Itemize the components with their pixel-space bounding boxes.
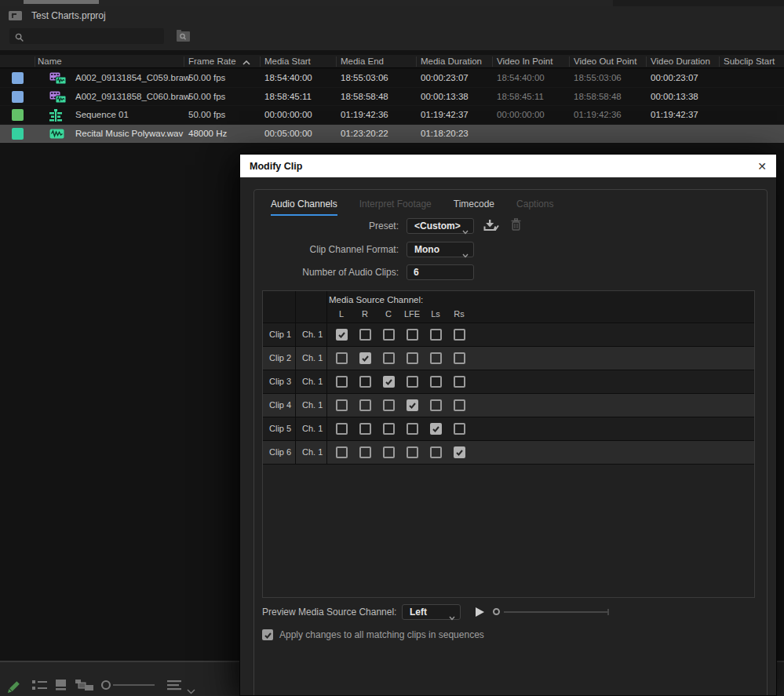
channel-checkbox[interactable] xyxy=(336,352,348,364)
channel-column-label-ls: Ls xyxy=(424,309,447,319)
channel-checkbox[interactable] xyxy=(430,399,442,411)
chevron-down-icon[interactable] xyxy=(187,683,195,696)
edit-pencil-icon[interactable] xyxy=(4,680,21,696)
channel-checkbox[interactable] xyxy=(383,423,395,435)
cell-name: Recital Music Polywav.wav xyxy=(75,125,183,144)
column-header-name[interactable]: Name xyxy=(38,55,62,68)
apply-changes-checkbox[interactable] xyxy=(262,629,273,640)
channel-checkbox[interactable] xyxy=(383,329,395,341)
channel-checkbox[interactable] xyxy=(359,376,371,388)
channel-checkbox[interactable] xyxy=(430,423,442,435)
channel-checkbox[interactable] xyxy=(454,329,465,341)
channel-checkbox[interactable] xyxy=(336,446,348,458)
channel-checkbox[interactable] xyxy=(454,352,465,364)
navigate-up-icon[interactable] xyxy=(8,9,24,22)
dialog-titlebar[interactable]: Modify Clip ✕ xyxy=(240,155,776,177)
channel-checkbox[interactable] xyxy=(359,329,371,341)
channel-checkbox[interactable] xyxy=(359,399,371,411)
close-icon[interactable]: ✕ xyxy=(757,161,767,172)
search-box[interactable] xyxy=(9,28,164,44)
label-color-swatch[interactable] xyxy=(12,109,24,121)
channel-checkbox[interactable] xyxy=(359,352,371,364)
cell-video-out-point: 18:58:58:48 xyxy=(574,88,622,107)
list-view-icon[interactable] xyxy=(32,680,47,694)
table-row[interactable]: A002_09131858_C060.braw50.00 fps18:58:45… xyxy=(0,88,784,107)
tab-audio-channels[interactable]: Audio Channels xyxy=(271,199,337,216)
channel-checkbox[interactable] xyxy=(336,329,348,341)
column-header-media-end[interactable]: Media End xyxy=(341,55,384,68)
label-color-swatch[interactable] xyxy=(12,91,24,103)
number-of-audio-clips-input[interactable] xyxy=(407,264,474,280)
channel-checkbox[interactable] xyxy=(454,423,465,435)
channel-checkbox[interactable] xyxy=(454,376,465,388)
channel-checkbox[interactable] xyxy=(454,399,465,411)
label-color-swatch[interactable] xyxy=(12,72,24,84)
column-separator xyxy=(336,56,337,67)
clip-channel-format-dropdown[interactable]: Mono xyxy=(407,242,474,257)
tab-timecode[interactable]: Timecode xyxy=(454,199,494,216)
zoom-slider[interactable] xyxy=(100,680,155,694)
preset-label: Preset: xyxy=(254,218,399,234)
icon-view-icon[interactable] xyxy=(55,680,67,694)
matrix-clip-column-spacer xyxy=(263,291,296,323)
freeform-view-icon[interactable] xyxy=(75,680,94,694)
table-row[interactable]: Recital Music Polywav.wav48000 Hz00:05:0… xyxy=(0,125,784,144)
matrix-row: Clip 4Ch. 1 xyxy=(263,394,754,417)
channel-checkbox[interactable] xyxy=(407,329,418,341)
channel-checkbox[interactable] xyxy=(407,399,418,411)
channel-checkbox[interactable] xyxy=(336,399,348,411)
find-in-project-icon[interactable] xyxy=(176,29,191,42)
sort-options-icon[interactable] xyxy=(167,680,182,694)
column-header-video-duration[interactable]: Video Duration xyxy=(651,55,710,68)
channel-checkbox[interactable] xyxy=(336,423,348,435)
channel-label: Ch. 1 xyxy=(296,323,327,347)
channel-checkbox[interactable] xyxy=(430,376,442,388)
column-header-frame-rate[interactable]: Frame Rate xyxy=(188,55,250,68)
channel-column-label-lfe: LFE xyxy=(400,309,424,319)
channel-checkbox[interactable] xyxy=(430,446,442,458)
channel-checkbox[interactable] xyxy=(359,446,371,458)
slider-knob[interactable] xyxy=(493,608,500,615)
cell-media-start: 00:05:00:00 xyxy=(264,125,312,144)
column-header-video-in-point[interactable]: Video In Point xyxy=(497,55,552,68)
preview-volume-slider[interactable] xyxy=(493,604,611,620)
channel-checkbox[interactable] xyxy=(430,329,442,341)
column-header-subclip-start[interactable]: Subclip Start xyxy=(724,55,775,68)
channel-checkbox[interactable] xyxy=(359,423,371,435)
clip-label: Clip 3 xyxy=(263,370,296,394)
active-panel-tab-indicator[interactable] xyxy=(24,0,99,4)
channel-checkbox[interactable] xyxy=(430,352,442,364)
channel-checkbox[interactable] xyxy=(383,376,395,388)
channel-checkbox[interactable] xyxy=(454,446,465,458)
channel-checkbox[interactable] xyxy=(383,352,395,364)
chevron-down-icon xyxy=(462,224,469,239)
cell-media-end: 18:55:03:06 xyxy=(341,69,388,88)
audio-clip-icon xyxy=(49,128,67,140)
column-header-media-duration[interactable]: Media Duration xyxy=(421,55,482,68)
preset-value: <Custom> xyxy=(414,220,461,231)
channel-checkbox[interactable] xyxy=(383,399,395,411)
channel-checkbox[interactable] xyxy=(407,423,418,435)
preview-play-button[interactable] xyxy=(476,607,484,617)
column-header-media-start[interactable]: Media Start xyxy=(264,55,311,68)
table-row[interactable]: A002_09131854_C059.braw50.00 fps18:54:40… xyxy=(0,69,784,88)
label-color-swatch[interactable] xyxy=(12,128,24,140)
channel-checkbox[interactable] xyxy=(407,376,418,388)
search-input[interactable] xyxy=(27,28,160,44)
table-row[interactable]: Sequence 0150.00 fps00:00:00:0001:19:42:… xyxy=(0,106,784,125)
channel-checkbox[interactable] xyxy=(407,446,418,458)
preview-channel-dropdown[interactable]: Left xyxy=(402,604,461,620)
cell-media-duration: 00:00:23:07 xyxy=(421,69,469,88)
channel-checkbox[interactable] xyxy=(383,446,395,458)
clip-label: Clip 1 xyxy=(263,323,296,347)
channel-checkbox[interactable] xyxy=(407,352,418,364)
save-preset-icon[interactable] xyxy=(483,219,501,233)
preset-dropdown[interactable]: <Custom> xyxy=(407,218,474,234)
dialog-tab-panel: Audio ChannelsInterpret FootageTimecodeC… xyxy=(253,189,768,696)
cell-name: Sequence 01 xyxy=(75,106,129,125)
column-header-video-out-point[interactable]: Video Out Point xyxy=(574,55,636,68)
column-separator xyxy=(569,56,570,67)
dialog-tabs: Audio ChannelsInterpret FootageTimecodeC… xyxy=(254,190,767,216)
clip-label: Clip 5 xyxy=(263,417,296,441)
channel-checkbox[interactable] xyxy=(336,376,348,388)
